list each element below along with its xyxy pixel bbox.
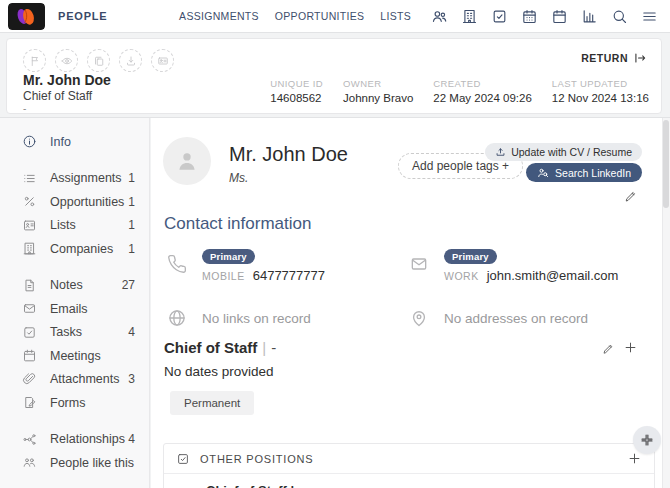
email-value[interactable]: john.smith@email.com xyxy=(487,268,619,283)
return-label: RETURN xyxy=(581,52,628,64)
meta-value: Johnny Bravo xyxy=(343,92,413,104)
search-linkedin-label: Search LinkedIn xyxy=(555,167,631,179)
calendar-blank-icon xyxy=(22,348,37,363)
person-icon xyxy=(174,148,200,174)
sidebar-item-tasks[interactable]: Tasks4 xyxy=(0,321,149,345)
record-header: Mr. John Doe Chief of Staff - RETURN UNI… xyxy=(6,38,662,114)
return-icon xyxy=(633,51,647,65)
phone-icon xyxy=(167,254,187,274)
main-content: Mr. John Doe Ms. Add people tags + Updat… xyxy=(151,118,662,488)
location-pin-icon xyxy=(409,308,429,328)
meta-last-updated: LAST UPDATED12 Nov 2024 13:16 xyxy=(552,78,649,104)
top-calendar-blank-icon[interactable] xyxy=(551,8,568,25)
top-menu-icon[interactable] xyxy=(641,8,658,25)
addresses-empty: No addresses on record xyxy=(409,308,588,328)
sidebar-item-assignments[interactable]: Assignments1 xyxy=(0,167,149,191)
add-position-icon[interactable] xyxy=(623,340,638,355)
eye-icon xyxy=(61,55,73,67)
links-empty: No links on record xyxy=(167,308,311,328)
top-building-icon[interactable] xyxy=(461,8,478,25)
avatar xyxy=(163,137,211,185)
profile-salutation: Ms. xyxy=(229,171,248,185)
sidebar-item-meetings[interactable]: Meetings xyxy=(0,344,149,368)
position-separator: | xyxy=(257,339,271,356)
sidebar-item-label: People like this xyxy=(50,456,134,470)
phone-entry: Primary MOBILE 6477777777 xyxy=(167,246,325,283)
email-primary-badge: Primary xyxy=(444,249,497,264)
phone-value[interactable]: 6477777777 xyxy=(253,268,325,283)
email-type-label: WORK xyxy=(444,270,479,282)
collapse-sections-button[interactable] xyxy=(633,426,661,454)
sidebar-group: Assignments1Opportunities1Lists1Companie… xyxy=(0,167,149,261)
update-cv-button[interactable]: Update with CV / Resume xyxy=(485,143,642,161)
phone-type-label: MOBILE xyxy=(202,270,245,282)
paperclip-icon xyxy=(22,372,37,387)
record-action-id-card-icon[interactable] xyxy=(151,49,174,72)
record-action-copy-icon[interactable] xyxy=(87,49,110,72)
sidebar-item-label: Notes xyxy=(50,278,83,292)
add-other-position-icon[interactable] xyxy=(627,451,642,466)
people-group-icon xyxy=(22,455,37,470)
top-nav-lists[interactable]: LISTS xyxy=(380,10,411,22)
other-position-row-text: Chief of Staff | - xyxy=(206,483,302,488)
network-icon xyxy=(22,432,37,447)
record-meta: UNIQUE ID14608562OWNERJohnny BravoCREATE… xyxy=(270,78,649,104)
top-nav-links: ASSIGNMENTSOPPORTUNITIESLISTS xyxy=(179,10,411,22)
sidebar-item-emails[interactable]: Emails xyxy=(0,297,149,321)
top-nav-opportunities[interactable]: OPPORTUNITIES xyxy=(275,10,364,22)
sidebar-item-info[interactable]: Info xyxy=(0,130,149,154)
sidebar-item-relationships[interactable]: Relationships4 xyxy=(0,428,149,452)
sidebar-item-notes[interactable]: Notes27 xyxy=(0,274,149,298)
sidebar-item-people-like-this[interactable]: People like this xyxy=(0,451,149,475)
meta-label: UNIQUE ID xyxy=(270,78,323,89)
top-people-icon[interactable] xyxy=(431,8,448,25)
copy-icon xyxy=(93,55,105,67)
contact-heading: Contact information xyxy=(164,214,311,234)
edit-profile-icon[interactable] xyxy=(624,189,638,203)
meta-owner: OWNERJohnny Bravo xyxy=(343,78,413,104)
search-linkedin-button[interactable]: Search LinkedIn xyxy=(526,163,642,182)
position-dates: No dates provided xyxy=(164,364,274,379)
sidebar-item-opportunities[interactable]: Opportunities1 xyxy=(0,190,149,214)
id-card-icon xyxy=(157,55,169,67)
sidebar-group: Notes27EmailsTasks4MeetingsAttachments3F… xyxy=(0,274,149,415)
note-icon xyxy=(22,278,37,293)
top-calendar-grid-icon[interactable] xyxy=(521,8,538,25)
sidebar-item-attachments[interactable]: Attachments3 xyxy=(0,368,149,392)
record-action-eye-icon[interactable] xyxy=(55,49,78,72)
top-bar-chart-icon[interactable] xyxy=(581,8,598,25)
profile-name: Mr. John Doe xyxy=(229,143,348,166)
record-action-download-icon[interactable] xyxy=(119,49,142,72)
sidebar-item-label: Tasks xyxy=(50,325,82,339)
sidebar-item-lists[interactable]: Lists1 xyxy=(0,214,149,238)
record-name: Mr. John Doe xyxy=(23,72,111,88)
sidebar-item-count: 1 xyxy=(128,195,135,209)
edit-position-icon[interactable] xyxy=(602,342,615,355)
top-nav-assignments[interactable]: ASSIGNMENTS xyxy=(179,10,259,22)
top-checkbox-icon[interactable] xyxy=(491,8,508,25)
record-action-flag-icon[interactable] xyxy=(23,49,46,72)
meta-unique-id: UNIQUE ID14608562 xyxy=(270,78,323,104)
scrollbar[interactable] xyxy=(662,118,670,488)
section-checkbox-icon[interactable] xyxy=(176,452,190,466)
app-logo-icon[interactable] xyxy=(8,3,45,30)
meta-created: CREATED22 May 2024 09:26 xyxy=(433,78,531,104)
list-icon xyxy=(22,171,37,186)
other-positions-header[interactable]: OTHER POSITIONS xyxy=(164,444,654,474)
sidebar-item-count: 1 xyxy=(128,171,135,185)
sidebar-item-companies[interactable]: Companies1 xyxy=(0,237,149,261)
module-title: PEOPLE xyxy=(58,10,107,22)
top-search-icon[interactable] xyxy=(611,8,628,25)
chevron-up-icon xyxy=(629,484,642,488)
sidebar-item-label: Emails xyxy=(50,302,88,316)
return-button[interactable]: RETURN xyxy=(581,51,647,65)
sidebar-item-label: Info xyxy=(50,135,71,149)
sidebar-item-label: Opportunities xyxy=(50,195,124,209)
upload-icon xyxy=(495,147,506,158)
scrollbar-thumb[interactable] xyxy=(663,120,669,208)
flag-icon xyxy=(29,55,41,67)
sidebar-item-forms[interactable]: Forms xyxy=(0,391,149,415)
other-position-row[interactable]: Chief of Staff | - xyxy=(164,474,654,488)
sidebar-item-label: Assignments xyxy=(50,171,122,185)
employment-type-chip[interactable]: Permanent xyxy=(170,391,254,415)
